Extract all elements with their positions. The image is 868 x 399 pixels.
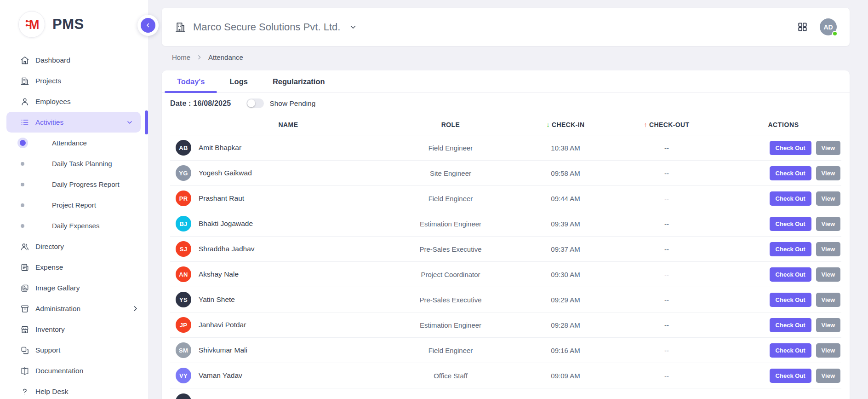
app-title: PMS xyxy=(52,16,84,33)
bullet-icon xyxy=(18,140,27,146)
bullet-icon xyxy=(18,183,27,186)
column-header-check-in[interactable]: ↓CHECK-IN xyxy=(523,121,608,128)
breadcrumb-current: Attendance xyxy=(208,53,243,61)
employee-name: Yogesh Gaikwad xyxy=(199,169,378,177)
check-in-time: 09:28 AM xyxy=(523,321,608,329)
tab-bar: Today's Logs Regularization xyxy=(162,70,850,93)
bullet-icon xyxy=(18,162,27,166)
check-out-button[interactable]: Check Out xyxy=(770,217,811,231)
sidebar: M PMS Dashboard Projects Employees Activ… xyxy=(0,0,148,399)
sidebar-item-directory[interactable]: Directory xyxy=(0,236,148,257)
sidebar-item-activities[interactable]: Activities xyxy=(6,112,141,133)
apps-grid-icon[interactable] xyxy=(797,22,808,32)
check-out-button[interactable]: Check Out xyxy=(770,141,811,155)
employee-name: Shivkumar Mali xyxy=(199,346,378,354)
sidebar-item-label: Projects xyxy=(35,77,61,85)
chevron-down-icon xyxy=(126,119,133,126)
breadcrumb-home[interactable]: Home xyxy=(172,53,190,61)
employee-name: Janhavi Potdar xyxy=(199,321,378,329)
sidebar-collapse-button[interactable] xyxy=(137,15,159,36)
view-button[interactable]: View xyxy=(816,217,840,231)
sidebar-item-label: Inventory xyxy=(35,325,65,334)
person-icon xyxy=(20,97,29,106)
view-button[interactable]: View xyxy=(816,141,840,155)
chevron-right-icon xyxy=(132,305,139,312)
sidebar-item-label: Dashboard xyxy=(35,56,70,64)
view-button[interactable]: View xyxy=(816,293,840,307)
show-pending-label: Show Pending xyxy=(269,99,315,108)
tab-todays[interactable]: Today's xyxy=(165,70,217,92)
employee-role: Pre-Sales Executive xyxy=(378,245,523,253)
sidebar-item-image-gallery[interactable]: Image Gallary xyxy=(0,278,148,298)
view-button[interactable]: View xyxy=(816,343,840,358)
check-out-button[interactable]: Check Out xyxy=(770,267,811,282)
view-button[interactable]: View xyxy=(816,369,840,383)
table-row: AB Amit Bhapkar Field Engineer 10:38 AM … xyxy=(170,135,841,161)
view-button[interactable]: View xyxy=(816,318,840,332)
sidebar-item-dashboard[interactable]: Dashboard xyxy=(0,50,148,70)
check-out-button[interactable]: Check Out xyxy=(770,242,811,256)
check-in-time: 09:30 AM xyxy=(523,271,608,278)
employee-role: Office Staff xyxy=(378,372,523,380)
sidebar-item-documentation[interactable]: Documentation xyxy=(0,360,148,381)
check-out-button[interactable]: Check Out xyxy=(770,343,811,358)
check-out-time: -- xyxy=(608,296,725,304)
tab-logs[interactable]: Logs xyxy=(217,70,260,92)
check-out-button[interactable]: Check Out xyxy=(770,318,811,332)
show-pending-toggle[interactable] xyxy=(246,98,264,108)
tab-regularization[interactable]: Regularization xyxy=(260,70,337,92)
filter-row: Date : 16/08/2025 Show Pending xyxy=(162,93,850,114)
sidebar-item-employees[interactable]: Employees xyxy=(0,91,148,112)
svg-text:M: M xyxy=(29,18,40,32)
avatar: SJ xyxy=(176,241,191,257)
company-selector[interactable]: Marco Secure Solutions Pvt. Ltd. xyxy=(175,21,357,33)
attendance-table: NAME ROLE ↓CHECK-IN ↑CHECK-OUT ACTIONS A… xyxy=(162,114,850,399)
check-out-button[interactable]: Check Out xyxy=(770,293,811,307)
archive-icon xyxy=(20,304,29,313)
column-header-name: NAME xyxy=(199,121,378,128)
column-header-role: ROLE xyxy=(378,121,523,128)
sort-desc-icon: ↓ xyxy=(546,121,549,128)
table-row: YG Yogesh Gaikwad Site Engineer 09:58 AM… xyxy=(170,161,841,186)
user-avatar[interactable]: AD xyxy=(820,18,837,35)
sidebar-item-daily-progress-report[interactable]: Daily Progress Report xyxy=(0,174,148,195)
sidebar-item-projects[interactable]: Projects xyxy=(0,70,148,91)
home-icon xyxy=(20,56,29,65)
sidebar-item-help-desk[interactable]: Help Desk xyxy=(0,381,148,399)
sidebar-item-attendance[interactable]: Attendance xyxy=(0,133,148,153)
sidebar-subitem-label: Daily Progress Report xyxy=(52,180,120,188)
sidebar-item-support[interactable]: Support xyxy=(0,340,148,360)
view-button[interactable]: View xyxy=(816,166,840,180)
view-button[interactable]: View xyxy=(816,267,840,282)
sidebar-item-daily-expenses[interactable]: Daily Expenses xyxy=(0,215,148,236)
check-out-button[interactable]: Check Out xyxy=(770,166,811,180)
employee-role: Project Coordinator xyxy=(378,271,523,278)
view-button[interactable]: View xyxy=(816,242,840,256)
avatar: BJ xyxy=(176,216,191,231)
table-row: JP Janhavi Potdar Estimation Engineer 09… xyxy=(170,312,841,338)
avatar: YS xyxy=(176,292,191,307)
table-row: SM Shivkumar Mali Field Engineer 09:16 A… xyxy=(170,338,841,363)
sidebar-item-daily-task-planning[interactable]: Daily Task Planning xyxy=(0,153,148,174)
view-button[interactable]: View xyxy=(816,191,840,206)
sidebar-item-expense[interactable]: Expense xyxy=(0,257,148,278)
sidebar-subitem-label: Project Report xyxy=(52,201,96,209)
check-out-time: -- xyxy=(608,220,725,228)
table-body: AB Amit Bhapkar Field Engineer 10:38 AM … xyxy=(170,135,841,399)
sidebar-item-administration[interactable]: Administration xyxy=(0,298,148,319)
sidebar-item-label: Documentation xyxy=(35,367,83,375)
table-row: YS Yatin Shete Pre-Sales Executive 09:29… xyxy=(170,287,841,312)
active-indicator-bar xyxy=(145,110,148,134)
check-in-time: 09:39 AM xyxy=(523,220,608,228)
check-out-button[interactable]: Check Out xyxy=(770,191,811,206)
column-header-check-out[interactable]: ↑CHECK-OUT xyxy=(608,121,725,128)
employee-name: Vaman Yadav xyxy=(199,371,378,380)
sidebar-item-inventory[interactable]: Inventory xyxy=(0,319,148,340)
check-out-time: -- xyxy=(608,321,725,329)
check-out-button[interactable]: Check Out xyxy=(770,369,811,383)
avatar: SM xyxy=(176,342,191,358)
people-icon xyxy=(20,242,29,251)
sidebar-subitem-label: Attendance xyxy=(52,139,87,147)
sidebar-item-project-report[interactable]: Project Report xyxy=(0,195,148,215)
list-icon xyxy=(20,118,29,127)
